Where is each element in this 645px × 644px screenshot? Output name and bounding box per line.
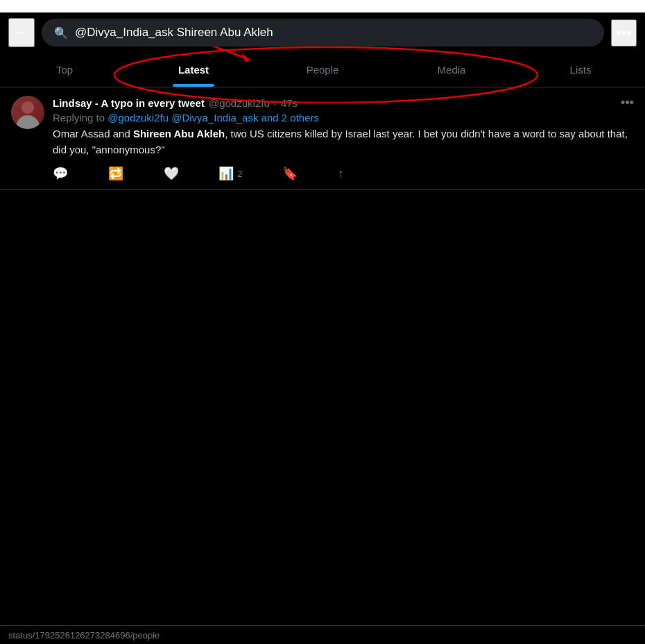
tweet-time: 47s bbox=[281, 97, 298, 109]
tweet-actions: 💬 🔁 🤍 📊 2 🔖 ↑ bbox=[53, 166, 344, 181]
bottom-bar: status/1792526126273284696/people bbox=[0, 625, 645, 644]
search-bar-container: 🔍 @Divya_India_ask Shireen Abu Akleh bbox=[42, 19, 604, 46]
avatar-image bbox=[11, 96, 44, 129]
reply-prefix: Replying to bbox=[53, 112, 105, 124]
author-line: Lindsay - A typo in every tweet @godzuki… bbox=[53, 97, 298, 109]
retweet-icon: 🔁 bbox=[108, 166, 123, 181]
search-bar[interactable]: 🔍 @Divya_India_ask Shireen Abu Akleh bbox=[42, 19, 604, 46]
tab-latest[interactable]: Latest bbox=[129, 53, 258, 87]
tweet-content: Lindsay - A typo in every tweet @godzuki… bbox=[53, 96, 634, 181]
reply-icon: 💬 bbox=[53, 166, 68, 181]
retweet-button[interactable]: 🔁 bbox=[108, 166, 123, 181]
tweet-more-button[interactable]: ••• bbox=[621, 96, 634, 110]
bottom-url-text: status/1792526126273284696/people bbox=[8, 630, 160, 641]
tabs-bar: Top Latest People Media Lists bbox=[0, 53, 645, 87]
tab-media[interactable]: Media bbox=[387, 53, 516, 87]
reply-handle-1[interactable]: @godzuki2fu bbox=[108, 112, 169, 124]
header: ← 🔍 @Divya_India_ask Shireen Abu Akleh •… bbox=[0, 12, 645, 53]
reply-others[interactable]: and 2 others bbox=[261, 112, 319, 124]
views-button[interactable]: 📊 2 bbox=[218, 166, 242, 181]
bookmark-button[interactable]: 🔖 bbox=[282, 166, 298, 181]
share-button[interactable]: ↑ bbox=[338, 167, 344, 181]
like-icon: 🤍 bbox=[164, 166, 179, 181]
views-icon: 📊 bbox=[218, 166, 234, 181]
like-button[interactable]: 🤍 bbox=[164, 166, 179, 181]
more-options-button[interactable]: ••• bbox=[611, 19, 637, 46]
share-icon: ↑ bbox=[338, 167, 344, 181]
search-query-text: @Divya_India_ask Shireen Abu Akleh bbox=[75, 26, 592, 40]
avatar bbox=[11, 96, 44, 129]
tab-lists[interactable]: Lists bbox=[516, 53, 645, 87]
reply-button[interactable]: 💬 bbox=[53, 166, 68, 181]
tweet-header: Lindsay - A typo in every tweet @godzuki… bbox=[53, 96, 634, 110]
tab-top[interactable]: Top bbox=[0, 53, 129, 87]
reply-line: Replying to @godzuki2fu @Divya_India_ask… bbox=[53, 112, 634, 124]
reply-handle-2[interactable]: @Divya_India_ask bbox=[171, 112, 258, 124]
bookmark-icon: 🔖 bbox=[282, 166, 298, 181]
tweet-dot: · bbox=[274, 97, 277, 109]
avatar-overlay bbox=[11, 96, 44, 129]
tweet-item: Lindsay - A typo in every tweet @godzuki… bbox=[0, 87, 645, 190]
tweet-bold-name: Shireen Abu Akleh bbox=[133, 128, 225, 139]
tab-people[interactable]: People bbox=[258, 53, 387, 87]
views-count: 2 bbox=[237, 169, 242, 179]
tweet-body: Omar Assad and Shireen Abu Akleh, two US… bbox=[53, 126, 634, 158]
author-handle: @godzuki2fu bbox=[209, 97, 270, 109]
search-icon: 🔍 bbox=[54, 26, 68, 40]
author-name: Lindsay - A typo in every tweet bbox=[53, 97, 205, 109]
back-button[interactable]: ← bbox=[8, 18, 35, 47]
top-white-bar bbox=[0, 0, 645, 12]
